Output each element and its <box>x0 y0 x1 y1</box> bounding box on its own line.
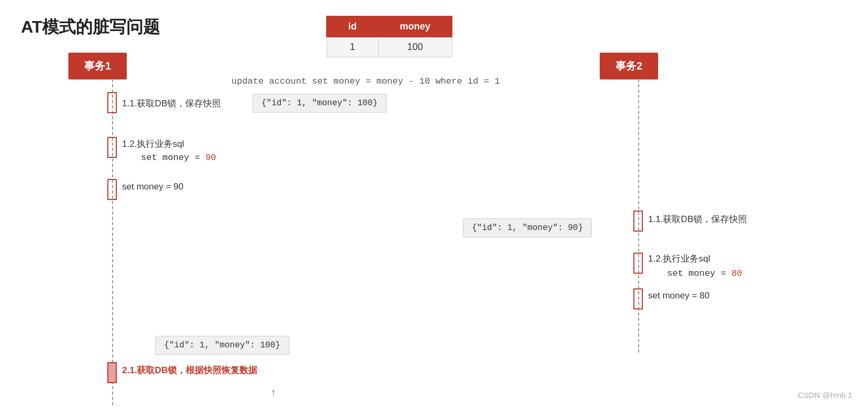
db-table: id money 1 100 <box>326 16 452 57</box>
col-header-money: money <box>378 16 452 37</box>
tx2-step2-marker <box>633 253 643 274</box>
tx1-step2-marker <box>107 137 117 158</box>
tx1-step3-marker <box>107 179 117 200</box>
tx1-step21-text: 2.1.获取DB锁，根据快照恢复数据 <box>122 365 257 375</box>
table-row: 1 100 <box>327 37 452 57</box>
tx1-step21-marker <box>107 362 117 383</box>
watermark: CSDN @hmb 1 <box>798 391 852 399</box>
tx1-step2-val: set money = 90 <box>141 153 216 163</box>
tx1-snapshot2: {"id": 1, "money": 100} <box>155 336 289 355</box>
tx1-snapshot1: {"id": 1, "money": 100} <box>253 94 387 113</box>
tx1-step3-label: set money = 90 <box>122 182 184 192</box>
tx1-label: 事务1 <box>68 53 127 79</box>
tx1-step21-label: 2.1.获取DB锁，根据快照恢复数据 <box>122 364 257 376</box>
tx2-snapshot: {"id": 1, "money": 90} <box>463 218 592 237</box>
tx2-step1-label: 1.1.获取DB锁，保存快照 <box>648 213 747 225</box>
tx2-step1-marker <box>633 211 643 232</box>
col-header-id: id <box>327 16 378 37</box>
tx2-step3-label: set money = 80 <box>648 291 710 301</box>
cursor-indicator: ↑ <box>271 387 276 398</box>
cell-id: 1 <box>327 37 378 57</box>
tx2-label: 事务2 <box>600 53 658 79</box>
tx2-step3-marker <box>633 288 643 309</box>
sql-command: update account set money = money - 10 wh… <box>231 76 500 86</box>
tx1-step2-label: 1.2.执行业务sql <box>122 138 184 150</box>
cell-money: 100 <box>378 37 452 57</box>
tx1-timeline <box>112 79 113 405</box>
tx1-step1-marker <box>107 92 117 113</box>
tx1-step1-label: 1.1.获取DB锁，保存快照 <box>122 97 221 109</box>
tx2-money-val: 80 <box>731 268 742 278</box>
tx1-money-val: 90 <box>205 153 216 163</box>
tx2-step2-label: 1.2.执行业务sql <box>648 253 710 265</box>
tx2-step2-val: set money = 80 <box>667 268 742 278</box>
